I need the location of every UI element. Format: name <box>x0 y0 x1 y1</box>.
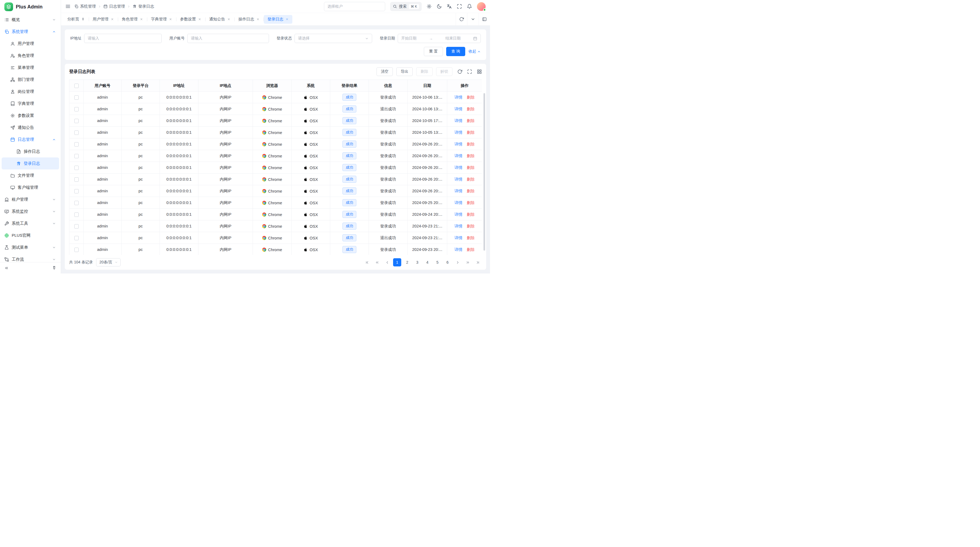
page-button[interactable]: 2 <box>403 258 411 266</box>
sidebar-item[interactable]: 参数设置 <box>2 110 59 121</box>
sidebar-item[interactable]: 操作日志 <box>2 145 59 158</box>
row-checkbox[interactable] <box>74 131 79 135</box>
export-button[interactable]: 导出 <box>396 67 413 76</box>
row-checkbox[interactable] <box>74 95 79 100</box>
sidebar-item[interactable]: 用户管理 <box>2 38 59 49</box>
page-button[interactable]: 3 <box>413 258 422 266</box>
delete-link[interactable]: 删除 <box>467 130 475 135</box>
sidebar-item[interactable]: PLUS官网 <box>2 230 59 241</box>
breadcrumb-item[interactable]: 登录日志 <box>132 4 154 9</box>
tab-item[interactable]: 角色管理 <box>118 15 147 24</box>
row-checkbox[interactable] <box>74 119 79 123</box>
page-button[interactable]: 1 <box>393 258 401 266</box>
tab-item[interactable]: 参数设置 <box>177 15 205 24</box>
detail-link[interactable]: 详情 <box>455 212 463 217</box>
row-checkbox[interactable] <box>74 166 79 170</box>
first-page-button[interactable] <box>363 258 371 266</box>
row-checkbox[interactable] <box>74 224 79 228</box>
row-checkbox[interactable] <box>74 142 79 147</box>
sidebar-item[interactable]: 测试菜单 <box>2 241 59 254</box>
collapse-filter-link[interactable]: 收起 <box>468 49 481 54</box>
close-tab-icon[interactable] <box>198 18 201 21</box>
sidebar-item[interactable]: 岗位管理 <box>2 86 59 97</box>
sidebar-item[interactable]: 部门管理 <box>2 73 59 86</box>
row-checkbox[interactable] <box>74 154 79 158</box>
row-checkbox[interactable] <box>74 212 79 217</box>
tab-menu-chevron-icon[interactable] <box>467 13 479 26</box>
detail-link[interactable]: 详情 <box>455 107 463 111</box>
close-tab-icon[interactable] <box>111 18 114 21</box>
delete-link[interactable]: 删除 <box>467 189 475 193</box>
sidebar-item[interactable]: 系统管理 <box>2 26 59 38</box>
delete-link[interactable]: 删除 <box>467 95 475 99</box>
table-scrollbar[interactable] <box>484 93 485 250</box>
pin-sidebar-icon[interactable] <box>52 266 56 270</box>
detail-link[interactable]: 详情 <box>455 95 463 99</box>
page-size-select[interactable]: 20条/页 <box>96 258 120 266</box>
breadcrumb-item[interactable]: 系统管理 <box>74 4 96 9</box>
logo[interactable]: Plus Admin <box>0 0 61 14</box>
status-select[interactable]: 请选择 <box>294 34 372 43</box>
last-page-button[interactable] <box>474 258 482 266</box>
sidebar-item[interactable]: 概览 <box>2 14 59 26</box>
column-settings-icon[interactable] <box>477 69 482 74</box>
row-checkbox[interactable] <box>74 248 79 252</box>
translate-icon[interactable] <box>447 4 452 9</box>
detail-link[interactable]: 详情 <box>455 224 463 228</box>
delete-link[interactable]: 删除 <box>467 142 475 146</box>
detail-link[interactable]: 详情 <box>455 189 463 193</box>
sidebar-item[interactable]: 文件管理 <box>2 169 59 182</box>
next-page-button[interactable] <box>453 258 462 266</box>
prev-page-button[interactable] <box>383 258 391 266</box>
tab-item[interactable]: 操作日志 <box>235 15 263 24</box>
layout-panel-icon[interactable] <box>479 13 490 26</box>
sidebar-item[interactable]: 日志管理 <box>2 134 59 145</box>
fullscreen-icon[interactable] <box>457 4 462 9</box>
row-checkbox[interactable] <box>74 201 79 205</box>
select-all-checkbox[interactable] <box>74 84 79 88</box>
delete-link[interactable]: 删除 <box>467 224 475 228</box>
sidebar-item[interactable]: 系统监控 <box>2 206 59 217</box>
fullscreen-table-icon[interactable] <box>467 69 472 74</box>
delete-link[interactable]: 删除 <box>467 165 475 170</box>
settings-gear-icon[interactable] <box>426 4 432 9</box>
page-button[interactable]: 4 <box>423 258 431 266</box>
sidebar-item[interactable]: 客户端管理 <box>2 182 59 193</box>
row-checkbox[interactable] <box>74 236 79 240</box>
detail-link[interactable]: 详情 <box>455 130 463 135</box>
close-tab-icon[interactable] <box>169 18 172 21</box>
reset-button[interactable]: 重 置 <box>424 47 443 56</box>
date-range-picker[interactable]: 开始日期 → 结束日期 <box>398 34 481 43</box>
account-input[interactable]: 请输入 <box>187 34 269 43</box>
sidebar-item[interactable]: 字典管理 <box>2 97 59 110</box>
ip-input[interactable]: 请输入 <box>84 34 162 43</box>
sidebar-item[interactable]: 登录日志 <box>2 158 59 169</box>
unlock-button[interactable]: 解锁 <box>436 67 452 76</box>
user-avatar[interactable] <box>477 2 486 11</box>
close-tab-icon[interactable] <box>227 18 230 21</box>
next-pages-button[interactable] <box>464 258 472 266</box>
tenant-select[interactable]: 选择租户 <box>324 2 385 11</box>
notifications-bell-icon[interactable] <box>467 4 472 9</box>
pin-icon[interactable] <box>81 18 85 21</box>
page-button[interactable]: 5 <box>433 258 442 266</box>
tab-item[interactable]: 登录日志 <box>264 15 293 24</box>
detail-link[interactable]: 详情 <box>455 142 463 146</box>
tab-item[interactable]: 用户管理 <box>89 15 118 24</box>
delete-link[interactable]: 删除 <box>467 118 475 123</box>
row-checkbox[interactable] <box>74 107 79 112</box>
sidebar-item[interactable]: 系统工具 <box>2 217 59 230</box>
hamburger-menu-icon[interactable] <box>65 4 70 9</box>
delete-link[interactable]: 删除 <box>467 247 475 252</box>
sidebar-item[interactable]: 菜单管理 <box>2 62 59 73</box>
close-tab-icon[interactable] <box>140 18 143 21</box>
tab-item[interactable]: 分析页 <box>64 15 89 24</box>
sidebar-item[interactable]: 租户管理 <box>2 193 59 206</box>
breadcrumb-item[interactable]: 日志管理 <box>103 4 125 9</box>
collapse-sidebar-icon[interactable] <box>4 266 9 270</box>
sidebar-item[interactable]: 工作流 <box>2 254 59 262</box>
delete-link[interactable]: 删除 <box>467 177 475 182</box>
detail-link[interactable]: 详情 <box>455 165 463 170</box>
query-button[interactable]: 查 询 <box>446 47 465 56</box>
delete-link[interactable]: 删除 <box>467 154 475 158</box>
